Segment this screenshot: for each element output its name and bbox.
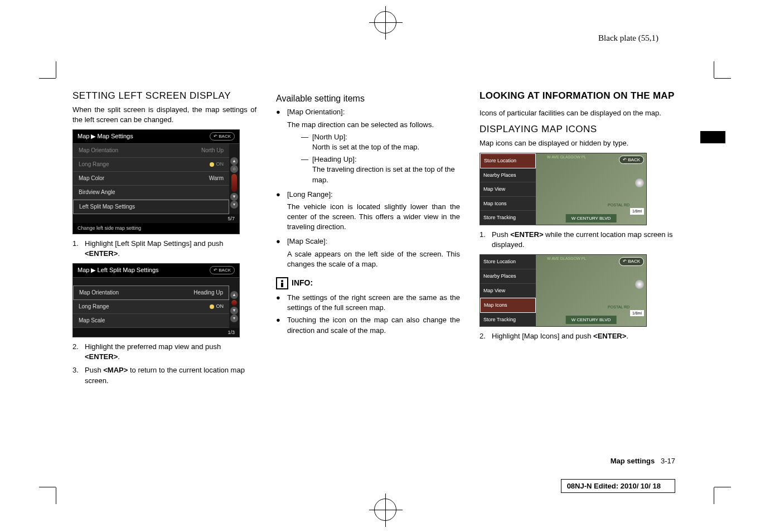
scroll-down-icon: ▼ bbox=[230, 193, 238, 201]
menu-store-tracking: Store Tracking bbox=[480, 313, 536, 327]
intro-text: When the split screen is displayed, the … bbox=[72, 105, 256, 125]
item-map-orientation-label: [Map Orientation]: bbox=[287, 108, 345, 116]
step3-number: 3. bbox=[72, 365, 85, 385]
info-icon bbox=[276, 277, 288, 289]
map-scale-desc: A scale appears on the left side of the … bbox=[287, 249, 460, 269]
ss1-scrollbar: ▲ ⌂ ▼ ▾ bbox=[230, 157, 238, 209]
step3-text-a: Push bbox=[85, 366, 103, 374]
map-distance: 1/8mi bbox=[630, 310, 644, 317]
c3-step2-a: Highlight [Map Icons] and push bbox=[492, 332, 593, 340]
col3-sub-intro: Map icons can be displayed or hidden by … bbox=[480, 138, 675, 148]
bullet-icon: ● bbox=[276, 190, 287, 235]
ss1-row-value: ON bbox=[210, 161, 224, 168]
ss1-row-value: North Up bbox=[201, 147, 224, 154]
scroll-down-icon: ▼ bbox=[230, 307, 238, 315]
ss1-row-orientation: Map OrientationNorth Up bbox=[73, 144, 229, 158]
long-range-label: [Long Range]: bbox=[287, 190, 333, 199]
compass-icon bbox=[635, 178, 644, 187]
c3-step1-number: 1. bbox=[480, 230, 492, 250]
c3-step1-a: Push bbox=[492, 230, 510, 239]
map-area: W AVE GLASGOW PL ↶ BACK POSTAL RD 1/8mi … bbox=[536, 153, 646, 225]
edition-box: 08NJ-N Edited: 2010/ 10/ 18 bbox=[561, 479, 675, 493]
ss1-row-label: Birdview Angle bbox=[79, 188, 115, 196]
compass-icon bbox=[635, 280, 644, 289]
dash-icon: — bbox=[301, 154, 312, 185]
page-num-value: 3-17 bbox=[661, 457, 675, 465]
info-bullet-1: The settings of the right screen are the… bbox=[287, 293, 460, 313]
map-distance: 1/8mi bbox=[630, 208, 644, 215]
step2-number: 2. bbox=[72, 342, 85, 362]
menu-nearby-places: Nearby Places bbox=[480, 269, 536, 284]
col3-intro: Icons of particular facilities can be di… bbox=[480, 108, 675, 118]
heading-available-items: Available setting items bbox=[276, 93, 460, 105]
ss1-row-value: Warm bbox=[209, 175, 224, 182]
c3-step1-enter: <ENTER> bbox=[510, 230, 543, 239]
north-up-label: [North Up]: bbox=[312, 133, 347, 141]
ss2-scrollbar: ▲ ▼ ▾ bbox=[230, 291, 238, 322]
heading-setting-left-screen: SETTING LEFT SCREEN DISPLAY bbox=[72, 89, 256, 103]
svg-rect-1 bbox=[281, 283, 283, 287]
info-bullet-2: Touching the icon on the map can also ch… bbox=[287, 315, 460, 335]
step2-text: Highlight the preferred map view and pus… bbox=[85, 342, 221, 351]
page-number: Map settings 3-17 bbox=[611, 457, 675, 465]
dash-icon: — bbox=[301, 132, 312, 152]
bullet-icon: ● bbox=[276, 107, 287, 187]
c3-step2-number: 2. bbox=[480, 331, 492, 341]
scroll-track bbox=[231, 174, 237, 192]
info-callout: INFO: bbox=[276, 277, 460, 289]
item-map-orientation-desc: The map direction can be selected as fol… bbox=[287, 120, 460, 130]
ss2-row-label: Map Orientation bbox=[79, 289, 119, 297]
ss1-page-indicator: 5/7 bbox=[73, 214, 239, 224]
ss2-row-mapscale: Map Scale bbox=[73, 314, 229, 328]
column-left: SETTING LEFT SCREEN DISPLAY When the spl… bbox=[72, 89, 256, 390]
step1-number: 1. bbox=[72, 239, 85, 259]
thumb-index-bar bbox=[700, 131, 725, 143]
bullet-icon: ● bbox=[276, 315, 287, 335]
map-road-label: W CENTURY BLVD bbox=[566, 214, 617, 223]
map-postal-label: POSTAL RD bbox=[608, 202, 629, 208]
ss2-row-label: Long Range bbox=[79, 303, 109, 311]
scroll-up-icon: ▲ bbox=[230, 157, 238, 165]
ss1-row-label: Long Range bbox=[79, 161, 109, 168]
screenshot-map-settings: Map ▶ Map Settings ↶ BACK Map Orientatio… bbox=[72, 129, 240, 234]
ss1-row-birdview: Birdview Angle bbox=[73, 186, 229, 200]
map-area: W AVE GLASGOW PL ↶ BACK POSTAL RD 1/8mi … bbox=[536, 255, 646, 326]
ss2-row-value: ON bbox=[210, 303, 224, 310]
menu-map-icons: Map Icons bbox=[480, 197, 536, 211]
heading-looking-at-info: LOOKING AT INFORMATION ON THE MAP bbox=[480, 89, 675, 103]
screenshot-left-split-settings: Map ▶ Left Split Map Settings ↶ BACK Map… bbox=[72, 263, 240, 337]
plate-header: Black plate (55,1) bbox=[598, 33, 658, 43]
menu-map-view: Map View bbox=[480, 182, 536, 197]
menu-store-location: Store Location bbox=[480, 153, 536, 168]
map-scale-label: [Map Scale]: bbox=[287, 237, 327, 245]
map-back-button: ↶ BACK bbox=[619, 156, 644, 164]
bullet-icon: ● bbox=[276, 236, 287, 272]
ss1-row-longrange: Long RangeON bbox=[73, 158, 229, 172]
scroll-up-icon: ▲ bbox=[230, 291, 238, 299]
north-up-desc: North is set at the top of the map. bbox=[312, 143, 419, 151]
ss2-row-label: Map Scale bbox=[79, 317, 105, 325]
ss1-row-label: Map Orientation bbox=[79, 147, 118, 154]
page: Black plate (55,1) SETTING LEFT SCREEN D… bbox=[0, 0, 770, 532]
long-range-desc: The vehicle icon is located slightly low… bbox=[287, 202, 460, 233]
info-label: INFO: bbox=[292, 278, 313, 289]
menu-map-icons-highlighted: Map Icons bbox=[480, 298, 536, 313]
page-section-label: Map settings bbox=[611, 457, 655, 465]
ss2-back-button: ↶ BACK bbox=[210, 266, 235, 274]
menu-map-view: Map View bbox=[480, 284, 536, 298]
ss1-back-button: ↶ BACK bbox=[210, 132, 235, 141]
screenshot-map-menu-1: Store Location Nearby Places Map View Ma… bbox=[480, 153, 647, 225]
map-back-button: ↶ BACK bbox=[619, 257, 644, 265]
menu-store-tracking: Store Tracking bbox=[480, 211, 536, 225]
scroll-home-icon: ⌂ bbox=[230, 165, 238, 173]
scroll-track bbox=[231, 300, 237, 306]
menu-nearby-places: Nearby Places bbox=[480, 168, 536, 183]
map-top-label: W AVE GLASGOW PL bbox=[547, 256, 586, 262]
column-middle: Available setting items ● [Map Orientati… bbox=[276, 89, 460, 390]
step1-text-a: Highlight [Left Split Map Settings] and … bbox=[85, 239, 224, 248]
scroll-end-icon: ▾ bbox=[230, 315, 238, 322]
heading-displaying-icons: DISPLAYING MAP ICONS bbox=[480, 123, 675, 136]
ss2-page-indicator: 1/3 bbox=[73, 328, 239, 337]
svg-point-0 bbox=[281, 280, 283, 282]
ss1-title: Map ▶ Map Settings bbox=[78, 132, 133, 141]
